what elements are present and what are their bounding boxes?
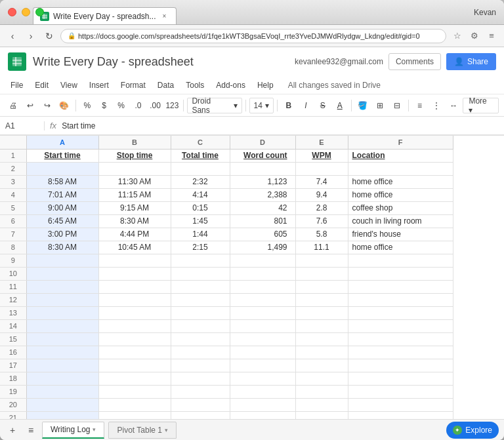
cell-E-4[interactable]: 9.4 [295, 188, 348, 201]
cell-A-16[interactable] [26, 346, 98, 359]
cell-E-15[interactable] [295, 332, 348, 346]
cell-E-10[interactable] [295, 267, 348, 280]
col-header-b[interactable]: B [98, 136, 171, 149]
cell-B-13[interactable] [98, 306, 171, 319]
cell-B-21[interactable] [98, 411, 171, 419]
menu-help[interactable]: Help [252, 79, 279, 92]
cell-F-3[interactable]: home office [348, 175, 453, 188]
cell-E-18[interactable] [295, 372, 348, 385]
currency-button[interactable]: $ [96, 98, 112, 113]
cell-F-8[interactable]: home office [348, 241, 453, 254]
cell-C-18[interactable] [171, 372, 230, 385]
cell-F-10[interactable] [348, 267, 453, 280]
cell-C-9[interactable] [171, 254, 230, 267]
cell-D-1[interactable]: Word count [230, 149, 295, 162]
menu-file[interactable]: File [5, 79, 28, 92]
cell-C-12[interactable] [171, 293, 230, 306]
cell-F-16[interactable] [348, 346, 453, 359]
cell-E-14[interactable] [295, 319, 348, 332]
cell-A-20[interactable] [26, 398, 98, 411]
cell-E-12[interactable] [295, 293, 348, 306]
cell-F-6[interactable]: couch in living room [348, 214, 453, 228]
print-button[interactable]: 🖨 [5, 98, 21, 113]
cell-E-20[interactable] [295, 398, 348, 411]
cell-A-17[interactable] [26, 359, 98, 372]
cell-E-1[interactable]: WPM [295, 149, 348, 162]
forward-button[interactable]: › [24, 29, 38, 43]
zoom-button[interactable]: % [79, 98, 95, 113]
cell-D-16[interactable] [230, 346, 295, 359]
cell-A-5[interactable]: 9:00 AM [26, 201, 98, 214]
cell-C-14[interactable] [171, 319, 230, 332]
back-button[interactable]: ‹ [5, 29, 20, 43]
cell-D-20[interactable] [230, 398, 295, 411]
cell-D-19[interactable] [230, 385, 295, 398]
cell-D-11[interactable] [230, 280, 295, 293]
cell-C-20[interactable] [171, 398, 230, 411]
align-middle-button[interactable]: ⋮ [429, 98, 444, 113]
cell-D-14[interactable] [230, 319, 295, 332]
cell-A-6[interactable]: 6:45 AM [26, 214, 98, 228]
cell-E-17[interactable] [295, 359, 348, 372]
cell-A-18[interactable] [26, 372, 98, 385]
percent-button[interactable]: % [114, 98, 129, 113]
cell-F-17[interactable] [348, 359, 453, 372]
strikethrough-button[interactable]: S [315, 98, 331, 113]
col-header-d[interactable]: D [230, 136, 295, 149]
cell-E-6[interactable]: 7.6 [295, 214, 348, 228]
cell-C-2[interactable] [171, 162, 230, 175]
formula-content[interactable]: Start time [62, 121, 499, 130]
cell-D-4[interactable]: 2,388 [230, 188, 295, 201]
cell-A-7[interactable]: 3:00 PM [26, 228, 98, 241]
cell-F-14[interactable] [348, 319, 453, 332]
cell-F-2[interactable] [348, 162, 453, 175]
tab-close-button[interactable]: × [160, 12, 169, 21]
cell-E-11[interactable] [295, 280, 348, 293]
decimal-increase-button[interactable]: .00 [148, 98, 163, 113]
cell-B-3[interactable]: 11:30 AM [98, 175, 171, 188]
cell-D-18[interactable] [230, 372, 295, 385]
cell-C-17[interactable] [171, 359, 230, 372]
font-size-dropdown[interactable]: 14 ▾ [249, 98, 274, 113]
cell-D-7[interactable]: 605 [230, 228, 295, 241]
cell-B-19[interactable] [98, 385, 171, 398]
cell-C-21[interactable] [171, 411, 230, 419]
cell-F-21[interactable] [348, 411, 453, 419]
cell-D-2[interactable] [230, 162, 295, 175]
fill-color-button[interactable]: 🪣 [355, 98, 371, 113]
maximize-button[interactable] [35, 8, 44, 16]
menu-edit[interactable]: Edit [30, 79, 54, 92]
cell-C-11[interactable] [171, 280, 230, 293]
cell-B-11[interactable] [98, 280, 171, 293]
cell-C-19[interactable] [171, 385, 230, 398]
cell-B-10[interactable] [98, 267, 171, 280]
cell-D-21[interactable] [230, 411, 295, 419]
cell-C-16[interactable] [171, 346, 230, 359]
cell-F-11[interactable] [348, 280, 453, 293]
cell-A-3[interactable]: 8:58 AM [26, 175, 98, 188]
cell-A-13[interactable] [26, 306, 98, 319]
align-right-button[interactable]: ↔ [446, 98, 461, 113]
cell-E-13[interactable] [295, 306, 348, 319]
cell-D-17[interactable] [230, 359, 295, 372]
cell-E-21[interactable] [295, 411, 348, 419]
merge-button[interactable]: ⊟ [389, 98, 405, 113]
redo-button[interactable]: ↪ [39, 98, 55, 113]
cell-E-7[interactable]: 5.8 [295, 228, 348, 241]
close-button[interactable] [8, 8, 16, 16]
cell-F-19[interactable] [348, 385, 453, 398]
cell-E-3[interactable]: 7.4 [295, 175, 348, 188]
cell-A-9[interactable] [26, 254, 98, 267]
cell-D-15[interactable] [230, 332, 295, 346]
cell-E-5[interactable]: 2.8 [295, 201, 348, 214]
col-header-a[interactable]: A [26, 136, 98, 149]
cell-A-19[interactable] [26, 385, 98, 398]
cell-F-20[interactable] [348, 398, 453, 411]
explore-button[interactable]: ✦ Explore [446, 422, 499, 439]
cell-D-13[interactable] [230, 306, 295, 319]
cell-C-10[interactable] [171, 267, 230, 280]
paint-format-button[interactable]: 🎨 [56, 98, 72, 113]
cell-E-2[interactable] [295, 162, 348, 175]
decimal-decrease-button[interactable]: .0 [131, 98, 146, 113]
cell-A-14[interactable] [26, 319, 98, 332]
